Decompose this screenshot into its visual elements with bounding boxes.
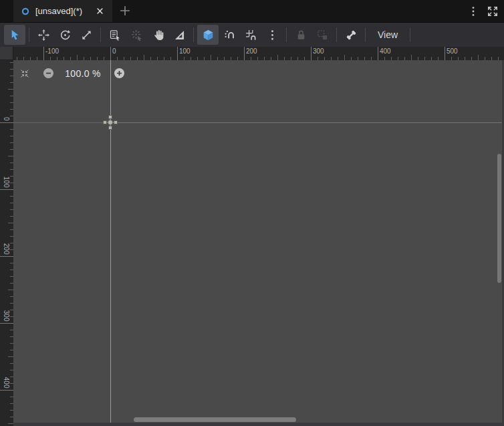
horizontal-scrollbar[interactable]: [134, 417, 296, 422]
bone-icon: [344, 28, 358, 42]
x-axis-line-negative: [13, 122, 110, 124]
rotate-mode-button[interactable]: [54, 25, 76, 45]
scale-icon: [80, 28, 94, 42]
ruler-tick: [378, 47, 378, 60]
origin-gizmo[interactable]: [101, 113, 120, 132]
ruler-label: 300: [313, 47, 324, 55]
tab-menu-button[interactable]: [467, 5, 480, 18]
lock-button[interactable]: [290, 25, 311, 45]
ruler-tick: [8, 89, 13, 90]
ruler-tick: [8, 423, 13, 424]
ruler-tick: [8, 223, 13, 223]
canvas-viewport[interactable]: 100.0 %: [13, 60, 504, 426]
smart-snap-button[interactable]: [219, 25, 240, 45]
ruler-label: 100: [3, 161, 10, 188]
ruler-label: 0: [3, 94, 10, 121]
zoom-in-button[interactable]: [113, 67, 126, 80]
ruler-corner: [0, 47, 13, 60]
ruler-tick: [8, 290, 13, 290]
horizontal-ruler[interactable]: -1000100200300400500: [13, 47, 504, 60]
tab-bar-right-controls: [467, 0, 504, 22]
kebab-icon: [265, 28, 279, 42]
ruler-tick: [0, 189, 13, 190]
ruler-tick: [0, 390, 13, 391]
ruler-tick: [478, 55, 479, 60]
scene-tab-bar: [unsaved](*): [0, 0, 504, 23]
zoom-out-button[interactable]: [42, 67, 55, 80]
ruler-label: 400: [380, 47, 391, 55]
ruler-mode-button[interactable]: [168, 25, 190, 45]
ruler-tick: [43, 47, 44, 60]
pan-mode-button[interactable]: [147, 25, 168, 45]
snap-options-button[interactable]: [261, 25, 283, 45]
toolbar-separator: [29, 27, 29, 42]
ruler-label: 100: [179, 47, 191, 55]
ruler-tick: [411, 55, 412, 60]
smart-snap-icon: [223, 28, 237, 42]
group-icon: [316, 28, 330, 42]
toolbar-separator: [286, 27, 287, 42]
ruler-label: 0: [112, 47, 116, 55]
ruler-tick: [0, 256, 13, 257]
ruler-label: 400: [3, 362, 10, 389]
plus-icon: [118, 3, 132, 18]
new-tab-button[interactable]: [118, 3, 132, 18]
ruler-icon: [172, 28, 186, 42]
ruler-label: 500: [447, 47, 458, 55]
scene-tab-label: [unsaved](*): [35, 6, 90, 16]
toolbar-separator: [193, 27, 194, 42]
kebab-icon: [467, 5, 480, 18]
ruler-tick: [445, 47, 445, 60]
ruler-tick: [110, 47, 111, 60]
ruler-tick: [277, 55, 278, 60]
ruler-tick: [0, 323, 13, 324]
ruler-tick: [8, 356, 13, 357]
lock-icon: [294, 28, 308, 42]
y-axis-line-below-origin: [110, 123, 112, 426]
view-menu-button[interactable]: View: [369, 25, 406, 45]
list-select-icon: [108, 28, 122, 42]
skeleton-options-button[interactable]: [340, 25, 362, 45]
ruler-label: 300: [3, 295, 10, 322]
toolbar-separator: [336, 27, 337, 42]
node-circle-icon: [21, 7, 30, 16]
snap-cube-icon: [201, 28, 215, 42]
select-mode-button[interactable]: [4, 25, 25, 45]
viewport-top-edge-line: [111, 122, 504, 124]
vertical-scrollbar[interactable]: [497, 154, 501, 283]
ruler-label: 200: [3, 228, 10, 255]
group-button[interactable]: [311, 25, 333, 45]
grid-snap-button[interactable]: [240, 25, 261, 45]
pivot-icon: [130, 28, 144, 42]
ruler-tick: [211, 55, 211, 60]
select-icon: [8, 28, 22, 42]
tab-close-button[interactable]: [95, 6, 105, 16]
ruler-tick: [77, 55, 78, 60]
toolbar-separator: [410, 27, 410, 42]
snap-toggle-button[interactable]: [197, 25, 219, 45]
ruler-tick: [8, 156, 13, 156]
grid-snap-icon: [244, 28, 258, 42]
ruler-tick: [344, 55, 345, 60]
distraction-free-button[interactable]: [486, 5, 499, 18]
vertical-ruler[interactable]: 0100200300400: [0, 60, 13, 426]
toolbar: View: [0, 23, 504, 47]
zoom-value[interactable]: 100.0 %: [57, 68, 108, 79]
scale-mode-button[interactable]: [76, 25, 97, 45]
toolbar-separator: [365, 27, 366, 42]
rotate-icon: [58, 28, 72, 42]
ruler-label: 200: [246, 47, 257, 55]
rotation-pivot-button[interactable]: [126, 25, 147, 45]
expand-icon: [486, 5, 499, 18]
ruler-label: -100: [45, 47, 59, 55]
ruler-tick: [177, 47, 178, 60]
select-list-button[interactable]: [104, 25, 126, 45]
ruler-tick: [0, 122, 13, 123]
scene-tab[interactable]: [unsaved](*): [13, 0, 112, 22]
pan-icon: [151, 28, 165, 42]
canvas-bottom-edge: [13, 423, 504, 426]
center-view-button[interactable]: [19, 68, 30, 79]
ruler-tick: [144, 55, 144, 60]
move-mode-button[interactable]: [33, 25, 54, 45]
toolbar-separator: [100, 27, 101, 42]
